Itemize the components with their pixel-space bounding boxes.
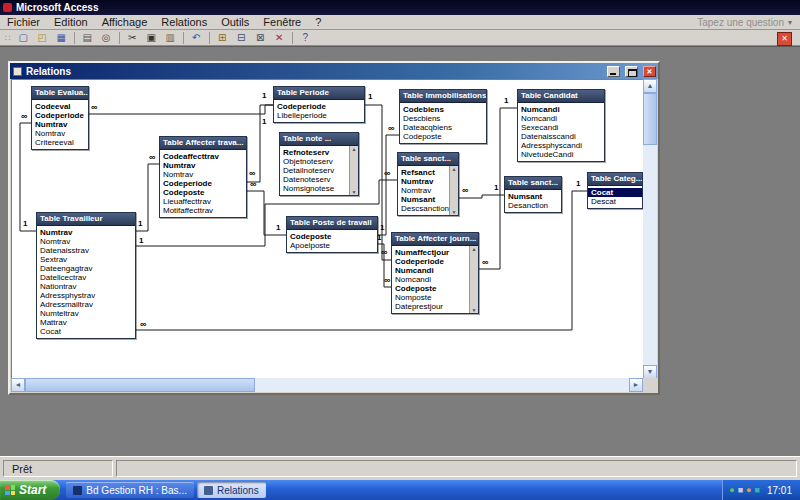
horizontal-scrollbar[interactable]: ◄ ► [11,378,643,392]
relationship-periode-evaluation[interactable] [89,105,273,114]
field-mattrav[interactable]: Mattrav [37,318,135,327]
field-numtrav[interactable]: Numtrav [37,228,135,237]
vertical-scrollbar[interactable]: ▲ ▼ [643,79,657,379]
menu-item-affichage[interactable]: Affichage [95,15,155,30]
taskbar-task-1[interactable]: Bd Gestion RH : Bas... [66,482,194,498]
field-critereeval[interactable]: Critereeval [32,138,88,147]
question-box[interactable]: Tapez une question ▾ [689,16,800,29]
field-refsanct[interactable]: Refsanct [398,168,450,177]
scroll-down-icon[interactable]: ▼ [643,365,657,379]
field-datenaisscandi[interactable]: Datenaisscandi [518,132,604,141]
field-adressmailtrav[interactable]: Adressmailtrav [37,300,135,309]
field-refnoteserv[interactable]: Refnoteserv [280,148,350,157]
table-sanction-2[interactable]: Table sanct...NumsantDesanction [504,176,562,213]
start-button[interactable]: Start [0,480,60,500]
new-icon[interactable]: ▢ [14,30,33,46]
clear-layout-icon[interactable]: ✕ [270,30,289,46]
table-poste-travail[interactable]: Table Poste de travailCodeposteApoelpost… [286,216,378,253]
relationship-sanction-2-sanction-1[interactable] [459,195,504,198]
field-codeeval[interactable]: Codeeval [32,102,88,111]
table-immobilisations[interactable]: Table ImmobilisationsCodebiensDescbiensD… [399,89,487,144]
table-header-categorie[interactable]: Table Categ... [588,173,642,186]
table-candidat[interactable]: Table CandidatNumcandiNomcandiSexecandiD… [517,89,605,162]
field-nomtrav[interactable]: Nomtrav [398,186,450,195]
tray-icon-2[interactable]: ■ [738,486,743,495]
menu-item-aide[interactable]: ? [308,15,328,30]
field-detailnoteserv[interactable]: Detailnoteserv [280,166,350,175]
field-numcandi[interactable]: Numcandi [518,105,604,114]
maximize-button[interactable] [625,66,638,77]
field-numtrav[interactable]: Numtrav [160,161,246,170]
table-scrollbar[interactable]: ▲▼ [349,146,358,195]
field-nomtrav[interactable]: Nomtrav [37,237,135,246]
tray-icon-4[interactable]: ■ [755,486,760,495]
field-nivetudecandi[interactable]: NivetudeCandi [518,150,604,159]
help-icon[interactable]: ? [296,30,315,46]
field-nomtrav[interactable]: Nomtrav [32,129,88,138]
table-header-sanction-1[interactable]: Table sanct... [398,153,458,166]
table-affecter-travailleur[interactable]: Table Affecter trava...CodeaffecttravNum… [159,136,247,218]
field-descat[interactable]: Descat [588,197,642,206]
field-sextrav[interactable]: Sextrav [37,255,135,264]
menu-item-relations[interactable]: Relations [154,15,214,30]
table-categorie[interactable]: Table Categ...CocatDescat [587,172,643,209]
scroll-right-icon[interactable]: ► [629,378,643,392]
field-objetnoteserv[interactable]: Objetnoteserv [280,157,350,166]
field-cocat[interactable]: Cocat [588,188,642,197]
open-icon[interactable]: ◰ [33,30,52,46]
scroll-down-icon[interactable]: ▼ [352,189,357,195]
scroll-left-icon[interactable]: ◄ [11,378,25,392]
menu-item-outils[interactable]: Outils [214,15,256,30]
direct-relationships-icon[interactable]: ⊟ [232,30,251,46]
table-header-immobilisations[interactable]: Table Immobilisations [400,90,486,103]
taskbar-task-2[interactable]: Relations [197,482,266,498]
table-header-poste-travail[interactable]: Table Poste de travail [287,217,377,230]
field-numaffectjour[interactable]: Numaffectjour [392,248,470,257]
field-dateengagtrav[interactable]: Dateengagtrav [37,264,135,273]
field-codebiens[interactable]: Codebiens [400,105,486,114]
field-desanction[interactable]: Desanction [505,201,561,210]
table-travailleur[interactable]: Table TravailleurNumtravNomtravDatenaiss… [36,212,136,339]
table-header-affecter-travailleur[interactable]: Table Affecter trava... [160,137,246,150]
field-numsant[interactable]: Numsant [398,195,450,204]
field-dateacqbiens[interactable]: Dateacqbiens [400,123,486,132]
table-header-evaluation[interactable]: Table Evalua... [32,87,88,100]
field-nomsignotese[interactable]: Nomsignotese [280,184,350,193]
field-codeperiode[interactable]: Codeperiode [274,102,364,111]
horizontal-scroll-thumb[interactable] [25,378,255,392]
field-dateprestjour[interactable]: Dateprestjour [392,302,470,311]
field-adressphystrav[interactable]: Adressphystrav [37,291,135,300]
table-scrollbar[interactable]: ▲▼ [449,166,458,215]
table-note-service[interactable]: Table note ...RefnoteservObjetnoteservDe… [279,132,359,196]
table-header-candidat[interactable]: Table Candidat [518,90,604,103]
scroll-down-icon[interactable]: ▼ [472,307,477,313]
field-datenaisstrav[interactable]: Datenaisstrav [37,246,135,255]
field-datelicectrav[interactable]: Datelicectrav [37,273,135,282]
table-header-sanction-2[interactable]: Table sanct... [505,177,561,190]
field-libelleperiode[interactable]: Libelleperiode [274,111,364,120]
close-icon[interactable]: ✕ [643,66,656,77]
field-numtrav[interactable]: Numtrav [398,177,450,186]
relations-canvas[interactable]: ∞1∞1∞11∞1∞1∞∞1∞11∞∞1∞11∞ Table Evalua...… [11,79,645,381]
field-codeperiode[interactable]: Codeperiode [160,179,246,188]
field-codeposte[interactable]: Codeposte [287,232,377,241]
field-nationtrav[interactable]: Nationtrav [37,282,135,291]
field-codeperiode[interactable]: Codeperiode [392,257,470,266]
table-header-travailleur[interactable]: Table Travailleur [37,213,135,226]
field-datenoteserv[interactable]: Datenoteserv [280,175,350,184]
field-motifaffecttrav[interactable]: Motifaffecttrav [160,206,246,215]
scroll-down-icon[interactable]: ▼ [452,209,457,215]
toolbar-grip[interactable]: ∷ [2,33,14,43]
table-evaluation[interactable]: Table Evalua...CodeevalCodeperiodeNumtra… [31,86,89,150]
field-sexecandi[interactable]: Sexecandi [518,123,604,132]
table-header-note-service[interactable]: Table note ... [280,133,358,146]
close-button[interactable]: ✕ [777,32,792,46]
field-numteltrav[interactable]: Numteltrav [37,309,135,318]
menu-item-fichier[interactable]: Fichier [0,15,47,30]
field-apoelposte[interactable]: Apoelposte [287,241,377,250]
field-nomcandi[interactable]: Nomcandi [518,114,604,123]
table-periode[interactable]: Table PeriodeCodeperiodeLibelleperiode [273,86,365,123]
table-sanction-1[interactable]: Table sanct...RefsanctNumtravNomtravNums… [397,152,459,216]
field-codeposte[interactable]: Codeposte [160,188,246,197]
field-descbiens[interactable]: Descbiens [400,114,486,123]
